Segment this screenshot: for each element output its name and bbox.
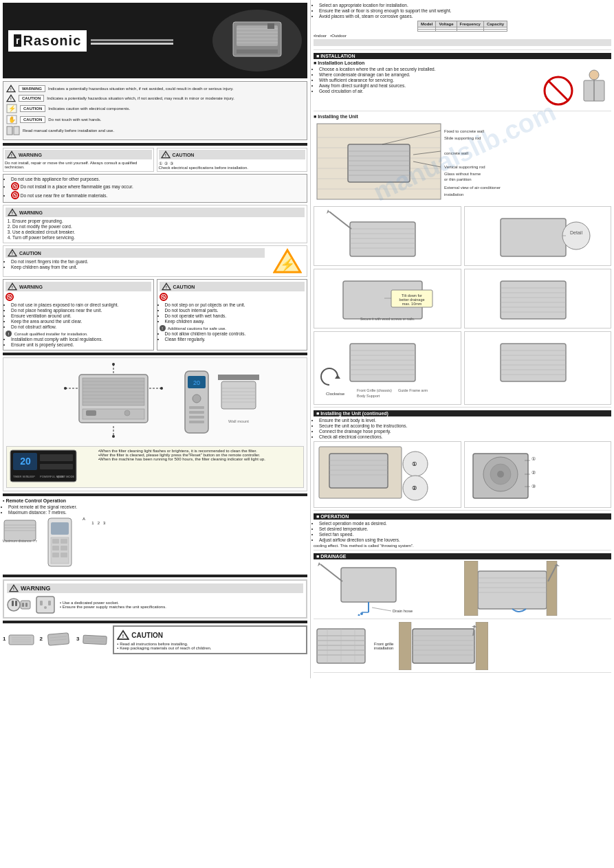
svg-text:Detail: Detail: [570, 230, 582, 235]
op-bullet-1: Select operation mode as desired.: [319, 521, 611, 526]
plug-icon: [7, 595, 31, 614]
svg-rect-103: [48, 601, 51, 605]
part-3: 3: [76, 632, 109, 647]
elec-symbol-3: ③: [170, 161, 173, 166]
svg-rect-212: [341, 568, 396, 602]
safety-row-caution1: ! CAUTION Indicates a potentially hazard…: [6, 94, 304, 102]
warning-numbered-list: Ensure proper grounding. Do not modify t…: [6, 219, 305, 240]
warning-bottom-icon: !: [9, 584, 19, 592]
caution-desc-1: Indicates a potentially hazardous situat…: [47, 96, 304, 100]
svg-rect-8: [267, 23, 274, 29]
warning-bottom-box: ! WARNING: [3, 579, 307, 619]
svg-text:②: ②: [531, 470, 536, 475]
more-steps: Ensure the unit body is level. Secure th…: [314, 418, 611, 511]
caution-elec-bullets: Do not insert fingers into the fan guard…: [6, 259, 265, 269]
caution-col-header: ! CAUTION: [160, 282, 305, 291]
section-divider-4: [3, 575, 307, 577]
ac-unit-diagram: [52, 361, 175, 444]
svg-point-205: [497, 471, 504, 478]
step-4-box: [464, 269, 612, 329]
svg-text:!: !: [122, 634, 124, 639]
grille-bottom-row: Front grilleinstallation: [314, 622, 611, 670]
svg-rect-74: [40, 464, 73, 469]
installing-title-2: ■ Installing the Unit (continued): [314, 410, 611, 416]
svg-point-57: [193, 394, 201, 403]
svg-rect-185: [501, 344, 566, 381]
install-steps: ■ Installing the Unit: [314, 114, 611, 408]
drainage-section-header: ■ DRAINAGE: [314, 553, 611, 559]
svg-line-118: [548, 80, 569, 101]
caution-elec-left: ! CAUTION Do not insert fingers into the…: [6, 248, 265, 270]
svg-rect-240: [413, 629, 474, 663]
right-top-list: Select an appropriate location for insta…: [314, 3, 611, 19]
spec-col-1: Model: [418, 21, 436, 27]
location-list: Choose a location where the unit can be …: [314, 67, 538, 93]
caution-no-symbol: ⊘: [160, 293, 305, 301]
caution-badge-3: CAUTION: [20, 116, 45, 123]
book-icon: [6, 126, 20, 135]
svg-text:Body Support: Body Support: [357, 394, 380, 398]
step-6-svg: [466, 333, 600, 388]
cc-bullet-3: Do not operate with wet hands.: [165, 313, 305, 318]
elec-symbol-1: ①: [159, 161, 162, 166]
location-title: ■ Installation Location: [314, 60, 611, 65]
installation-section-header: ■ INSTALLATION: [314, 53, 611, 59]
svg-text:or thin partition: or thin partition: [444, 177, 472, 181]
section-divider-3: [3, 493, 307, 496]
remote-title: ▪ Remote Control Operation: [3, 498, 307, 503]
install-location: ■ Installation Location Choose a locatio…: [314, 60, 611, 111]
caution-large-title: ! CAUTION: [117, 630, 303, 641]
svg-rect-225: [464, 561, 478, 616]
svg-rect-112: [83, 635, 107, 645]
warning-col-bullets: Do not use in places exposed to rain or …: [6, 302, 151, 329]
warning-badge: WARNING: [19, 85, 45, 92]
location-diagram: [541, 67, 611, 109]
rt-bullet-3: Avoid places with oil, steam or corrosiv…: [319, 14, 611, 19]
spec-col-3: Frequency: [457, 21, 483, 27]
drainage-section: Drain hose: [314, 561, 611, 619]
warning-numbered-section: ! WARNING Ensure proper grounding. Do no…: [3, 205, 307, 243]
spec-val-8: [483, 30, 507, 32]
safety-row-caution2: ⚡ CAUTION Indicates caution with electri…: [6, 104, 304, 113]
caution-bottom-box: ! CAUTION • Read all instructions before…: [113, 625, 307, 654]
warning-col-extra: ! Consult qualified installer for instal…: [6, 331, 151, 337]
svg-rect-17: [7, 126, 12, 135]
operation-bullets: Select operation mode as desired. Set de…: [314, 521, 611, 542]
svg-text:Guide Frame arm: Guide Frame arm: [398, 388, 428, 392]
svg-text:Slide supporting rod: Slide supporting rod: [444, 136, 481, 140]
no-symbol-2: ⊘: [11, 191, 19, 199]
circle-2: !: [160, 325, 166, 331]
svg-rect-102: [40, 601, 43, 605]
spec-val-7: [457, 30, 483, 32]
svg-text:⚡: ⚡: [280, 257, 296, 272]
warning-bottom-content: • Use a dedicated power socket. • Ensure…: [7, 595, 303, 614]
svg-rect-226: [547, 561, 557, 616]
svg-text:!: !: [10, 87, 12, 91]
warning-col-header: ! WARNING: [6, 282, 151, 291]
svg-text:concrete wall: concrete wall: [444, 151, 468, 155]
svg-text:Front Grille (chassis): Front Grille (chassis): [357, 388, 392, 392]
caution-col: ! CAUTION ⊘ Do not step on or put object…: [157, 279, 308, 350]
svg-rect-92: [61, 553, 67, 557]
safety-symbols-section: ! WARNING Indicates a potentially hazard…: [3, 81, 307, 140]
op-bullet-2: Set desired temperature.: [319, 526, 611, 531]
step-5-svg: Clockwise Front Grille (chassis) Body Su…: [316, 333, 450, 402]
parts-bottom-section: 1 2 3: [3, 625, 307, 654]
svg-rect-166: [501, 281, 566, 319]
wall-mount-section: Fixed to concrete wall Slide supporting …: [314, 120, 611, 203]
svg-marker-180: [335, 375, 340, 379]
svg-point-50: [64, 387, 67, 390]
specs-table: Model Voltage Frequency Capacity: [417, 21, 507, 32]
wall-mount-svg: Fixed to concrete wall Slide supporting …: [314, 120, 609, 203]
install-steps-title: ■ Installing the Unit: [314, 114, 611, 119]
cb-text-2: • Keep packaging materials out of reach …: [117, 646, 303, 650]
svg-text:⚡: ⚡: [8, 104, 17, 113]
warning-title: ! WARNING: [5, 150, 152, 159]
svg-rect-59: [189, 411, 204, 414]
caution-notice-box: ! CAUTION ① ② ③ Check electrical specifi…: [157, 148, 308, 172]
svg-rect-129: [348, 144, 410, 182]
svg-rect-85: [51, 522, 69, 535]
step-1-svg: [316, 208, 450, 263]
wc-bullet-3: Ensure ventilation around unit.: [11, 313, 151, 318]
caution-elec-title: ! CAUTION: [6, 248, 265, 258]
